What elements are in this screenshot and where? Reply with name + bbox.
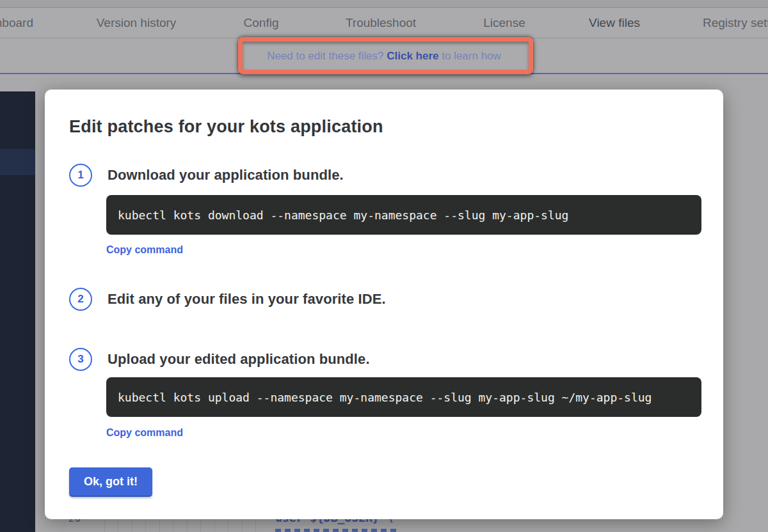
step-2-label: Edit any of your files in your favorite … — [108, 291, 386, 308]
step-3-badge: 3 — [69, 348, 92, 371]
tab-registry-settings[interactable]: Registry settings — [703, 8, 768, 38]
tab-dashboard[interactable]: Dashboard — [0, 8, 33, 38]
app-nav-bar: Dashboard Version history Config Trouble… — [0, 8, 768, 38]
modal-title: Edit patches for your kots application — [69, 116, 701, 137]
edit-patches-modal: Edit patches for your kots application 1… — [45, 90, 723, 519]
window-top-strip — [0, 0, 768, 8]
copy-upload-command-link[interactable]: Copy command — [106, 427, 183, 439]
step-1-row: 1 Download your application bundle. — [69, 164, 701, 187]
step-1-badge: 1 — [69, 164, 92, 187]
upload-command-text: kubectl kots upload --namespace my-names… — [118, 391, 652, 404]
file-tree-sidebar — [0, 91, 35, 532]
sidebar-selected-item — [0, 149, 35, 175]
step-2-row: 2 Edit any of your files in your favorit… — [69, 288, 701, 311]
editor-clipped-code-line — [275, 529, 397, 532]
banner-click-here-link[interactable]: Click here — [387, 50, 438, 62]
tab-config[interactable]: Config — [244, 8, 279, 38]
download-command-text: kubectl kots download --namespace my-nam… — [118, 208, 568, 222]
banner-text-after: to learn how — [439, 50, 501, 62]
tab-view-files[interactable]: View files — [589, 8, 640, 38]
tab-license[interactable]: License — [483, 8, 525, 38]
download-command-block: kubectl kots download --namespace my-nam… — [106, 195, 701, 235]
copy-download-command-link[interactable]: Copy command — [106, 244, 183, 256]
banner-text-before: Need to edit these files? — [267, 50, 387, 62]
step-1-label: Download your application bundle. — [108, 167, 344, 184]
step-3-row: 3 Upload your edited application bundle. — [69, 348, 701, 371]
upload-command-block: kubectl kots upload --namespace my-names… — [106, 377, 701, 417]
ok-got-it-button[interactable]: Ok, got it! — [69, 467, 152, 497]
tab-version-history[interactable]: Version history — [97, 8, 177, 38]
step-3-label: Upload your edited application bundle. — [108, 351, 370, 368]
edit-files-hint-banner: Need to edit these files? Click here to … — [0, 39, 768, 74]
tab-troubleshoot[interactable]: Troubleshoot — [346, 8, 416, 38]
step-2-badge: 2 — [69, 288, 92, 311]
